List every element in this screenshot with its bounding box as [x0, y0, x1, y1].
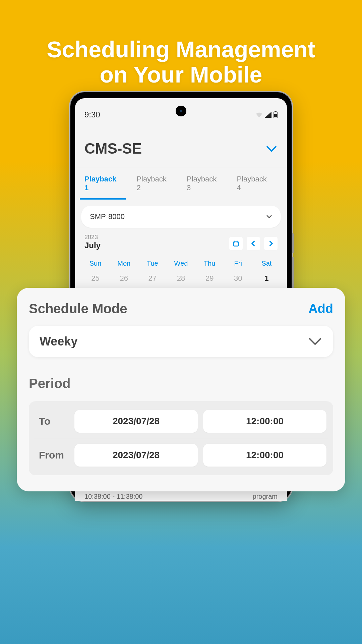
add-button[interactable]: Add — [308, 302, 333, 316]
dow-fri: Fri — [224, 258, 252, 269]
tab-playback-2[interactable]: Playback 2 — [132, 167, 176, 200]
calendar-year: 2023 — [84, 234, 101, 241]
hero-line1: Scheduling Management — [47, 37, 315, 62]
schedule-mode-sheet: Schedule Mode Add Weeky Period To 2023/0… — [17, 288, 345, 491]
dow-mon: Mon — [110, 258, 138, 269]
cal-day[interactable]: 28 — [167, 272, 195, 285]
wifi-icon — [255, 112, 263, 118]
schedule-timerange: 10:38:00 - 11:38:00 — [84, 493, 142, 500]
period-title: Period — [29, 376, 333, 391]
chevron-down-icon — [308, 337, 322, 346]
chevron-right-icon — [267, 240, 274, 247]
chevron-down-icon[interactable] — [265, 145, 278, 152]
status-time: 9:30 — [84, 110, 100, 119]
period-row-from: From 2023/07/28 12:00:00 — [34, 438, 328, 469]
device-selected-label: SMP-8000 — [90, 212, 125, 221]
signal-icon — [265, 112, 272, 118]
cal-day[interactable]: 1 — [252, 272, 281, 285]
mode-selected-label: Weeky — [40, 334, 77, 348]
period-label-from: From — [36, 449, 69, 461]
from-time-input[interactable]: 12:00:00 — [203, 444, 326, 467]
tabs: Playback 1 Playback 2 Playback 3 Playbac… — [75, 167, 287, 200]
tab-playback-4[interactable]: Playback 4 — [232, 167, 276, 200]
chevron-down-icon — [266, 215, 272, 219]
calendar-month: July — [84, 241, 101, 250]
to-time-input[interactable]: 12:00:00 — [203, 410, 326, 433]
dow-thu: Thu — [195, 258, 224, 269]
from-date-input[interactable]: 2023/07/28 — [74, 444, 198, 467]
cal-day[interactable]: 30 — [224, 272, 252, 285]
device-select[interactable]: SMP-8000 — [81, 206, 281, 228]
dow-sun: Sun — [81, 258, 110, 269]
to-date-input[interactable]: 2023/07/28 — [74, 410, 198, 433]
camera-notch — [176, 106, 186, 116]
tab-playback-3[interactable]: Playback 3 — [182, 167, 226, 200]
app-title: CMS-SE — [84, 140, 142, 157]
calendar-today-button[interactable] — [229, 237, 243, 250]
period-row-to: To 2023/07/28 12:00:00 — [34, 407, 328, 435]
cal-day[interactable]: 27 — [138, 272, 167, 285]
svg-rect-3 — [234, 242, 239, 246]
app-header: CMS-SE — [75, 122, 287, 167]
period-label-to: To — [36, 416, 69, 427]
battery-icon — [274, 111, 278, 118]
hero-line2: on Your Mobile — [100, 62, 262, 87]
calendar-grid: Sun Mon Tue Wed Thu Fri Sat 25 26 27 28 … — [75, 254, 287, 291]
dow-sat: Sat — [252, 258, 281, 269]
svg-rect-2 — [274, 114, 277, 117]
mode-select[interactable]: Weeky — [29, 326, 333, 357]
cal-day[interactable]: 29 — [195, 272, 224, 285]
dow-wed: Wed — [167, 258, 195, 269]
hero-title: Scheduling Management on Your Mobile — [0, 0, 362, 87]
cal-day[interactable]: 25 — [81, 272, 110, 285]
dow-tue: Tue — [138, 258, 167, 269]
phone-side-button-1 — [292, 233, 294, 253]
calendar-header: 2023 July — [75, 228, 287, 254]
sheet-title: Schedule Mode — [29, 301, 127, 316]
cal-day[interactable]: 26 — [110, 272, 138, 285]
chevron-left-icon — [250, 240, 257, 247]
period-box: To 2023/07/28 12:00:00 From 2023/07/28 1… — [29, 401, 333, 475]
schedule-program: program — [253, 493, 278, 500]
calendar-icon — [233, 240, 239, 247]
tab-playback-1[interactable]: Playback 1 — [80, 167, 126, 200]
calendar-next-button[interactable] — [264, 237, 278, 250]
calendar-prev-button[interactable] — [247, 237, 260, 250]
